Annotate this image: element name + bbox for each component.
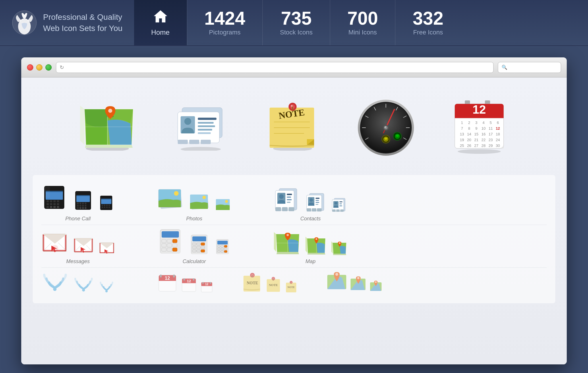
featured-map-icon[interactable]: [80, 98, 138, 158]
wifi-icon-large[interactable]: [41, 271, 69, 295]
svg-rect-101: [57, 200, 59, 202]
svg-rect-229: [201, 250, 205, 252]
svg-rect-277: [273, 279, 274, 281]
calculator-icon-medium[interactable]: [189, 234, 211, 256]
svg-text:5: 5: [490, 121, 492, 125]
maximize-button[interactable]: [45, 64, 52, 71]
svg-rect-17: [198, 122, 214, 124]
calculator-icon-large[interactable]: [158, 228, 185, 256]
svg-rect-216: [167, 248, 172, 251]
photos-icon-small[interactable]: [215, 197, 231, 213]
svg-rect-169: [316, 198, 320, 199]
svg-rect-166: [317, 208, 322, 211]
svg-text:4: 4: [482, 121, 484, 125]
svg-text:12: 12: [165, 276, 170, 281]
svg-rect-30: [292, 107, 293, 110]
contacts-icon-medium[interactable]: [305, 192, 327, 213]
svg-rect-226: [201, 246, 205, 249]
calendar-small-icon-medium[interactable]: 12: [181, 277, 198, 295]
svg-text:25: 25: [460, 143, 464, 148]
svg-rect-165: [312, 208, 316, 211]
featured-calendar-icon[interactable]: 12 123 456 789 1011 12: [450, 98, 508, 158]
stat-pictograms[interactable]: 1424 Pictograms: [187, 0, 262, 45]
note-small-icon-medium[interactable]: NOTE: [266, 277, 282, 295]
svg-text:13: 13: [460, 132, 464, 136]
svg-point-157: [279, 194, 284, 199]
svg-rect-159: [287, 197, 291, 198]
wifi-icon-medium[interactable]: [73, 275, 94, 295]
svg-point-147: [202, 196, 206, 199]
svg-rect-268: [210, 282, 211, 284]
svg-text:17: 17: [489, 132, 493, 136]
pin-icon-large[interactable]: [326, 271, 347, 295]
phone-icon-large[interactable]: [41, 184, 69, 213]
svg-rect-16: [198, 118, 216, 120]
browser-chrome: ↻ 🔍: [21, 57, 567, 77]
stat-number: 735: [281, 9, 312, 28]
svg-rect-143: [158, 207, 181, 207]
svg-rect-125: [85, 207, 86, 209]
calculator-icon-small[interactable]: [215, 238, 231, 256]
svg-rect-240: [221, 250, 224, 252]
svg-rect-154: [282, 207, 288, 211]
nav-home[interactable]: Home: [134, 0, 187, 45]
svg-rect-134: [104, 207, 105, 208]
svg-rect-132: [109, 205, 110, 206]
messages-icon-large[interactable]: [41, 230, 69, 256]
map-icon-medium[interactable]: [305, 235, 327, 256]
svg-rect-223: [201, 243, 205, 245]
svg-text:12: 12: [205, 283, 208, 286]
address-bar[interactable]: ↻: [56, 62, 494, 73]
messages-icon-small[interactable]: [99, 240, 115, 256]
stat-stock-icons[interactable]: 735 Stock Icons: [262, 0, 330, 45]
svg-rect-272: [252, 275, 253, 277]
svg-point-248: [53, 287, 57, 291]
featured-speedometer-icon[interactable]: [356, 98, 416, 158]
featured-contacts-icon[interactable]: [172, 98, 229, 158]
phone-icon-small[interactable]: [99, 195, 115, 213]
close-button[interactable]: [27, 64, 33, 71]
svg-text:19: 19: [460, 138, 464, 142]
svg-rect-98: [47, 200, 49, 202]
note-small-icon-small[interactable]: NOTE: [285, 281, 298, 295]
minimize-button[interactable]: [36, 64, 42, 71]
svg-point-244: [287, 234, 289, 236]
svg-text:10: 10: [481, 126, 486, 131]
map-label: Map: [305, 259, 316, 265]
svg-rect-238: [224, 248, 227, 250]
svg-rect-186: [43, 234, 44, 251]
svg-rect-136: [109, 207, 110, 208]
wifi-icon-small[interactable]: [99, 280, 115, 295]
svg-rect-11: [178, 140, 188, 144]
pin-icon-small[interactable]: [370, 280, 382, 295]
map-icon-large[interactable]: [274, 230, 301, 256]
photos-icon-medium[interactable]: [189, 192, 211, 213]
photos-icon-large[interactable]: [158, 187, 185, 213]
svg-rect-114: [77, 203, 79, 204]
calendar-small-icon-small[interactable]: 12: [201, 281, 213, 295]
messages-icon-medium[interactable]: [73, 235, 94, 256]
pin-icon-medium[interactable]: [350, 275, 367, 295]
svg-text:16: 16: [481, 132, 486, 136]
svg-rect-115: [80, 203, 81, 204]
calendar-small-icon-large[interactable]: 12: [158, 273, 178, 295]
map-icon-small[interactable]: [331, 240, 347, 256]
contacts-icon-large[interactable]: [274, 187, 301, 213]
phone-icon-medium[interactable]: [73, 189, 94, 213]
contacts-icon-small[interactable]: [331, 197, 347, 213]
svg-text:2: 2: [468, 121, 470, 125]
svg-rect-118: [77, 205, 79, 207]
svg-rect-129: [102, 205, 103, 206]
stat-mini-icons[interactable]: 700 Mini Icons: [330, 0, 395, 45]
featured-note-icon[interactable]: NOTE: [264, 98, 321, 158]
svg-point-179: [334, 202, 337, 205]
stat-free-icons[interactable]: 332 Free Icons: [395, 0, 461, 45]
svg-rect-203: [100, 243, 100, 253]
svg-rect-210: [167, 239, 172, 243]
icon-grid: Phone Call: [33, 175, 555, 303]
svg-rect-170: [316, 200, 319, 201]
svg-rect-109: [57, 206, 59, 208]
search-bar[interactable]: 🔍: [498, 62, 561, 73]
svg-rect-256: [173, 275, 175, 277]
note-small-icon-large[interactable]: NOTE: [242, 273, 263, 295]
